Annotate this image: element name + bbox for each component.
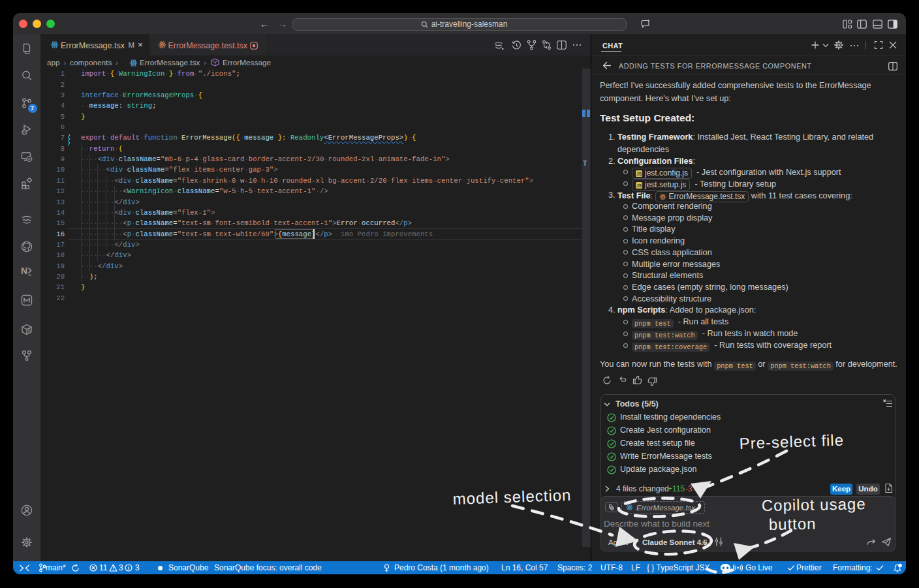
svg-text:JS: JS	[636, 172, 642, 176]
svg-text:JS: JS	[636, 183, 642, 188]
svg-text:N: N	[21, 266, 27, 276]
